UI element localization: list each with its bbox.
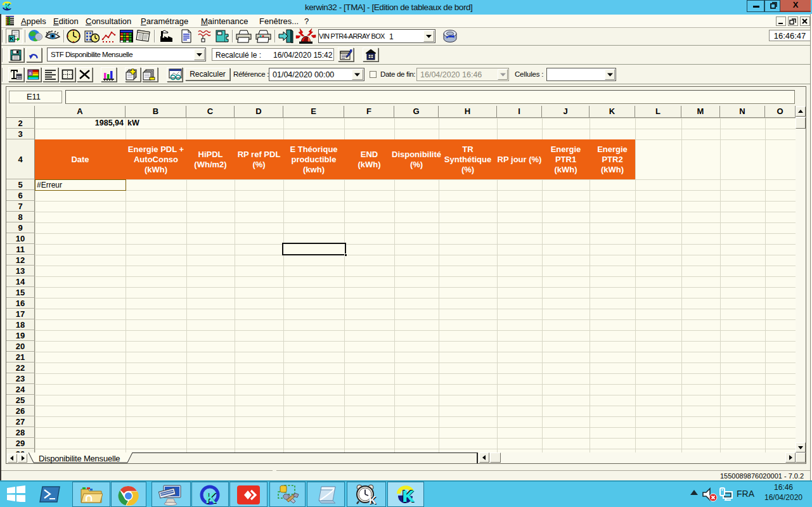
svg-text:K: K	[205, 489, 217, 506]
svg-text:K: K	[4, 1, 11, 11]
svg-text:K: K	[369, 495, 377, 506]
svg-text:a: a	[29, 70, 32, 76]
svg-text:K: K	[10, 35, 14, 42]
svg-text:K: K	[403, 487, 415, 505]
